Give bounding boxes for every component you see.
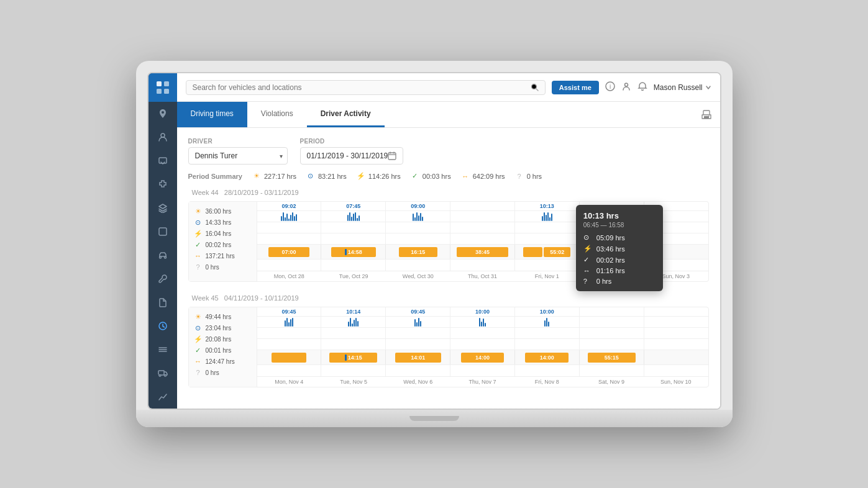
w44-day-tue: Tue, Oct 29 <box>321 273 386 279</box>
summary-label: Period Summary <box>188 173 242 180</box>
sidebar-item-box[interactable] <box>148 220 177 243</box>
road-icon: ↔ <box>461 173 470 180</box>
w44-day-wed: Wed, Oct 30 <box>386 273 450 279</box>
svg-text:i: i <box>610 83 611 90</box>
svg-line-11 <box>536 89 538 91</box>
tooltip-row-unk: ? 0 hrs <box>583 278 656 285</box>
svg-rect-6 <box>159 228 167 235</box>
qmark-icon-w44: ? <box>194 263 203 271</box>
sun-icon: ☀ <box>252 172 261 180</box>
summary-item-distance: ↔ 642:09 hrs <box>461 173 505 180</box>
week44-days: 09:02 07:45 09:00 10:13 <box>257 202 708 281</box>
sidebar-item-messages[interactable] <box>148 149 177 173</box>
sun-icon-w45: ☀ <box>194 313 203 321</box>
tab-driving-times[interactable]: Driving times <box>177 102 247 127</box>
check-icon-sum: ✓ <box>411 172 419 180</box>
road-icon-w45: ↔ <box>194 358 203 365</box>
tooltip-unk-icon: ? <box>583 278 592 285</box>
qmark-icon-w45: ? <box>194 369 203 376</box>
svg-rect-2 <box>157 89 162 94</box>
week45-section: Week 45 04/11/2019 - 10/11/2019 ☀ 49:44 … <box>188 294 709 387</box>
w45-day-tue: Tue, Nov 5 <box>321 379 386 385</box>
week45-row-sun: ☀ 49:44 hrs <box>194 311 252 322</box>
week44-tooltip: 10:13 hrs 06:45 — 16:58 ⊙ 05:09 hrs ⚡ <box>576 205 663 291</box>
tooltip-walk-icon: ⚡ <box>583 245 592 253</box>
svg-point-14 <box>624 83 628 86</box>
period-label: Period <box>300 138 404 145</box>
svg-rect-15 <box>703 111 710 115</box>
bell-icon[interactable] <box>637 81 647 93</box>
walk-icon-w45: ⚡ <box>194 335 203 343</box>
tooltip-time-range: 06:45 — 16:58 <box>583 222 656 228</box>
print-button[interactable] <box>693 102 720 127</box>
week45-left-labels: ☀ 49:44 hrs ⊙ 23:04 hrs ⚡ 20:08 hrs <box>189 307 257 387</box>
w45-day-wed: Wed, Nov 6 <box>386 379 450 385</box>
sun-icon-w44: ☀ <box>194 207 203 215</box>
w45-day-thu: Thu, Nov 7 <box>450 379 515 385</box>
summary-item-drive: ⊙ 83:21 hrs <box>306 172 347 180</box>
week44-row-sun: ☀ 36:00 hrs <box>194 206 252 217</box>
sidebar-item-driver[interactable] <box>148 125 177 149</box>
drive-icon-w44: ⊙ <box>194 219 203 227</box>
week45-chart: ☀ 49:44 hrs ⊙ 23:04 hrs ⚡ 20:08 hrs <box>188 307 709 387</box>
user-icon[interactable] <box>621 81 631 93</box>
driver-select[interactable]: Dennis Turer <box>188 147 288 165</box>
tooltip-main-value: 10:13 hrs <box>583 211 656 220</box>
week45-row-drive: ⊙ 23:04 hrs <box>194 322 252 333</box>
svg-point-4 <box>161 133 165 137</box>
tooltip-dist-icon: ↔ <box>583 267 592 274</box>
app-logo[interactable] <box>148 73 177 102</box>
w45-day-mon: Mon, Nov 4 <box>257 379 322 385</box>
tooltip-row-walk: ⚡ 03:46 hrs <box>583 245 656 253</box>
sidebar-item-puzzle[interactable] <box>148 173 177 196</box>
topbar: Assist me i Mason Russell <box>177 73 720 102</box>
w44-day-thu: Thu, Oct 31 <box>450 273 515 279</box>
summary-item-walk: ⚡ 114:26 hrs <box>357 172 401 180</box>
tab-violations[interactable]: Violations <box>247 102 307 127</box>
search-icon <box>531 83 539 91</box>
sidebar-item-tools[interactable] <box>148 267 177 291</box>
check-icon-w44: ✓ <box>194 241 203 249</box>
summary-item-check: ✓ 00:03 hrs <box>411 172 451 180</box>
topbar-actions: Assist me i Mason Russell <box>552 81 711 94</box>
svg-rect-0 <box>157 81 162 86</box>
week45-row-walk: ⚡ 20:08 hrs <box>194 333 252 345</box>
sidebar-item-reports[interactable] <box>148 291 177 314</box>
week45-row-dist: ↔ 124:47 hrs <box>194 356 252 367</box>
search-box[interactable] <box>186 80 546 95</box>
tab-driver-activity[interactable]: Driver Activity <box>307 102 385 127</box>
summary-row: Period Summary ☀ 227:17 hrs ⊙ 83:21 hrs … <box>188 172 709 180</box>
sidebar-item-map[interactable] <box>148 102 177 125</box>
sidebar-item-vehicles[interactable] <box>148 243 177 267</box>
svg-rect-5 <box>159 158 167 163</box>
drive-icon: ⊙ <box>306 172 315 180</box>
driver-field: Driver Dennis Turer <box>188 138 288 165</box>
search-input[interactable] <box>193 83 527 92</box>
week44-section: Week 44 28/10/2019 - 03/11/2019 ☀ 36:00 … <box>188 189 709 282</box>
calendar-icon <box>388 151 396 160</box>
week44-row-unk: ? 0 hrs <box>194 261 252 273</box>
tooltip-row-check: ✓ 00:02 hrs <box>583 256 656 264</box>
info-icon[interactable]: i <box>605 81 615 93</box>
sidebar-item-layers[interactable] <box>148 196 177 220</box>
walk-icon: ⚡ <box>357 172 365 180</box>
tab-bar: Driving times Violations Driver Activity <box>177 102 720 128</box>
svg-rect-18 <box>388 153 396 160</box>
sidebar-item-analytics[interactable] <box>148 385 177 409</box>
week45-row-check: ✓ 00:01 hrs <box>194 345 252 356</box>
user-name-display[interactable]: Mason Russell <box>654 83 711 92</box>
sidebar-item-truck[interactable] <box>148 361 177 385</box>
period-input[interactable]: 01/11/2019 - 30/11/2019 <box>300 147 404 165</box>
road-icon-w44: ↔ <box>194 252 203 260</box>
tooltip-row-drive: ⊙ 05:09 hrs <box>583 233 656 242</box>
week44-row-dist: ↔ 137:21 hrs <box>194 250 252 261</box>
sidebar <box>148 73 177 409</box>
assist-button[interactable]: Assist me <box>552 81 599 94</box>
week44-header: Week 44 28/10/2019 - 03/11/2019 <box>188 189 709 196</box>
tooltip-check-icon: ✓ <box>583 256 592 264</box>
sidebar-item-history[interactable] <box>148 314 177 338</box>
svg-rect-16 <box>704 116 709 119</box>
controls-row: Driver Dennis Turer Period 01/11/2019 - … <box>188 138 709 165</box>
week44-chart: ☀ 36:00 hrs ⊙ 14:33 hrs ⚡ 16:04 hrs <box>188 201 709 282</box>
sidebar-item-stack[interactable] <box>148 338 177 361</box>
